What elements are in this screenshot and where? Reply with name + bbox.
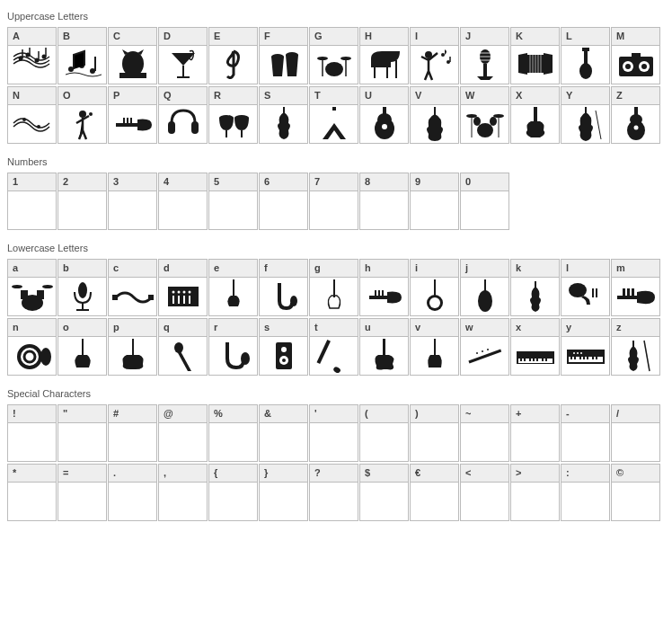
cell-label: ~ bbox=[461, 405, 508, 423]
uppercase-cell[interactable]: Y bbox=[561, 86, 610, 144]
numbers-cell[interactable]: 1 bbox=[7, 173, 57, 230]
special-cell[interactable]: . bbox=[108, 464, 157, 521]
uppercase-cell[interactable]: A bbox=[7, 27, 57, 84]
lowercase-cell[interactable]: p bbox=[108, 318, 157, 376]
lowercase-cell[interactable]: q bbox=[158, 318, 208, 376]
numbers-cell[interactable]: 0 bbox=[460, 173, 509, 230]
special-cell[interactable]: ' bbox=[309, 404, 358, 462]
numbers-cell[interactable]: 5 bbox=[208, 173, 258, 230]
numbers-cell[interactable]: 7 bbox=[309, 173, 358, 230]
lowercase-cell[interactable]: g bbox=[309, 259, 358, 316]
lowercase-cell[interactable]: i bbox=[410, 259, 459, 316]
cell-label: u bbox=[360, 319, 408, 337]
special-cell[interactable]: # bbox=[108, 404, 157, 462]
uppercase-cell[interactable]: P bbox=[108, 86, 157, 144]
lowercase-cell[interactable]: v bbox=[410, 318, 459, 376]
special-cell[interactable]: : bbox=[561, 464, 610, 521]
special-cell[interactable]: % bbox=[208, 404, 258, 462]
uppercase-cell[interactable]: N bbox=[7, 86, 57, 144]
lowercase-cell[interactable]: a bbox=[7, 259, 57, 316]
lowercase-cell[interactable]: f bbox=[259, 259, 308, 316]
uppercase-grid: ABCDEFGHIJKLMNOPQRSTUVWXYZ bbox=[7, 27, 665, 144]
special-cell[interactable]: ) bbox=[410, 404, 459, 462]
cell-label: f bbox=[260, 260, 307, 278]
cell-label: X bbox=[511, 87, 559, 105]
lowercase-cell[interactable]: z bbox=[611, 318, 660, 376]
uppercase-cell[interactable]: E bbox=[208, 27, 258, 84]
lowercase-cell[interactable]: t bbox=[309, 318, 358, 376]
special-cell[interactable]: " bbox=[57, 404, 107, 462]
special-cell[interactable]: - bbox=[561, 404, 610, 462]
uppercase-cell[interactable]: B bbox=[57, 27, 107, 84]
uppercase-cell[interactable]: X bbox=[510, 86, 560, 144]
cell-label: L bbox=[561, 28, 609, 46]
special-cell[interactable]: $ bbox=[359, 464, 409, 521]
uppercase-cell[interactable]: H bbox=[359, 27, 409, 84]
uppercase-cell[interactable]: Z bbox=[611, 86, 660, 144]
uppercase-cell[interactable]: Q bbox=[158, 86, 208, 144]
special-cell[interactable]: } bbox=[259, 464, 308, 521]
lowercase-cell[interactable]: d bbox=[158, 259, 208, 316]
special-cell[interactable]: / bbox=[611, 404, 660, 462]
special-cell[interactable]: + bbox=[510, 404, 560, 462]
lowercase-cell[interactable]: c bbox=[108, 259, 157, 316]
cell-label: Z bbox=[612, 87, 659, 105]
lowercase-cell[interactable]: x bbox=[510, 318, 560, 376]
special-cell[interactable]: = bbox=[57, 464, 107, 521]
lowercase-cell[interactable]: r bbox=[208, 318, 258, 376]
lowercase-cell[interactable]: k bbox=[510, 259, 560, 316]
numbers-cell[interactable]: 8 bbox=[359, 173, 409, 230]
cell-label: J bbox=[461, 28, 508, 46]
uppercase-cell[interactable]: G bbox=[309, 27, 358, 84]
special-cell[interactable]: @ bbox=[158, 404, 208, 462]
cell-label: b bbox=[58, 260, 106, 278]
uppercase-cell[interactable]: U bbox=[359, 86, 409, 144]
lowercase-cell[interactable]: s bbox=[259, 318, 308, 376]
uppercase-cell[interactable]: V bbox=[410, 86, 459, 144]
numbers-cell[interactable]: 2 bbox=[57, 173, 107, 230]
uppercase-cell[interactable]: W bbox=[460, 86, 509, 144]
uppercase-cell[interactable]: T bbox=[309, 86, 358, 144]
uppercase-cell[interactable]: I bbox=[410, 27, 459, 84]
uppercase-cell[interactable]: K bbox=[510, 27, 560, 84]
cell-label: 2 bbox=[58, 173, 106, 191]
special-cell[interactable]: € bbox=[410, 464, 459, 521]
lowercase-cell[interactable]: m bbox=[611, 259, 660, 316]
uppercase-cell[interactable]: S bbox=[259, 86, 308, 144]
lowercase-cell[interactable]: l bbox=[561, 259, 610, 316]
special-cell[interactable]: , bbox=[158, 464, 208, 521]
lowercase-cell[interactable]: n bbox=[7, 318, 57, 376]
lowercase-cell[interactable]: u bbox=[359, 318, 409, 376]
uppercase-cell[interactable]: D bbox=[158, 27, 208, 84]
special-cell[interactable]: ! bbox=[7, 404, 57, 462]
lowercase-cell[interactable]: w bbox=[460, 318, 509, 376]
lowercase-cell[interactable]: b bbox=[57, 259, 107, 316]
lowercase-cell[interactable]: y bbox=[561, 318, 610, 376]
lowercase-cell[interactable]: j bbox=[460, 259, 509, 316]
uppercase-cell[interactable]: F bbox=[259, 27, 308, 84]
uppercase-cell[interactable]: C bbox=[108, 27, 157, 84]
uppercase-cell[interactable]: L bbox=[561, 27, 610, 84]
lowercase-cell[interactable]: h bbox=[359, 259, 409, 316]
uppercase-cell[interactable]: O bbox=[57, 86, 107, 144]
uppercase-cell[interactable]: R bbox=[208, 86, 258, 144]
numbers-cell[interactable]: 4 bbox=[158, 173, 208, 230]
numbers-cell[interactable]: 6 bbox=[259, 173, 308, 230]
keyboard-icon bbox=[511, 337, 559, 375]
numbers-cell[interactable]: 9 bbox=[410, 173, 459, 230]
special-cell[interactable]: & bbox=[259, 404, 308, 462]
special-cell[interactable]: { bbox=[208, 464, 258, 521]
special-cell[interactable]: ( bbox=[359, 404, 409, 462]
numbers-cell[interactable]: 3 bbox=[108, 173, 157, 230]
lowercase-cell[interactable]: o bbox=[57, 318, 107, 376]
uppercase-cell[interactable]: M bbox=[611, 27, 660, 84]
special-cell[interactable]: < bbox=[460, 464, 509, 521]
special-cell[interactable]: ? bbox=[309, 464, 358, 521]
uppercase-cell[interactable]: J bbox=[460, 27, 509, 84]
special-cell[interactable]: * bbox=[7, 464, 57, 521]
special-cell[interactable]: ~ bbox=[460, 404, 509, 462]
lowercase-cell[interactable]: e bbox=[208, 259, 258, 316]
special-cell[interactable]: > bbox=[510, 464, 560, 521]
cell-label: ( bbox=[360, 405, 408, 423]
special-cell[interactable]: © bbox=[611, 464, 660, 521]
